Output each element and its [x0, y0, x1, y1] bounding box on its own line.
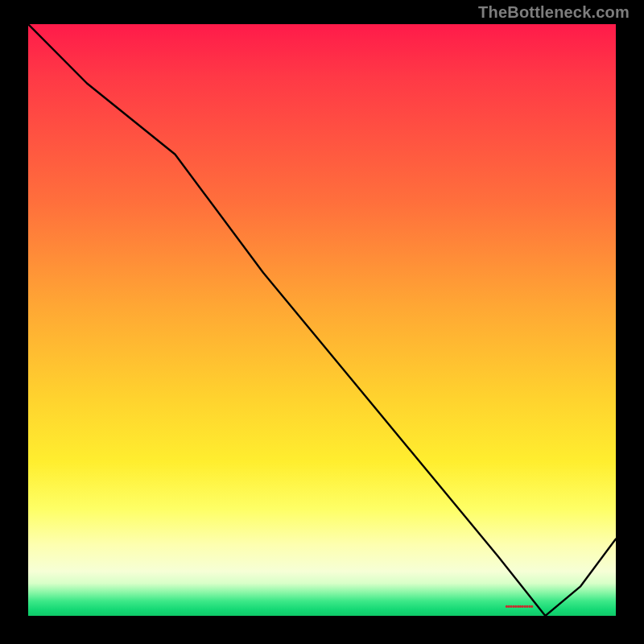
watermark-text: TheBottleneck.com	[478, 3, 630, 22]
plot-area: ••••••••••••	[28, 24, 616, 616]
bottleneck-curve	[28, 24, 616, 616]
chart-frame: TheBottleneck.com ••••••••••••	[0, 0, 644, 644]
curve-line	[28, 24, 616, 616]
optimum-marker: ••••••••••••	[505, 601, 532, 611]
